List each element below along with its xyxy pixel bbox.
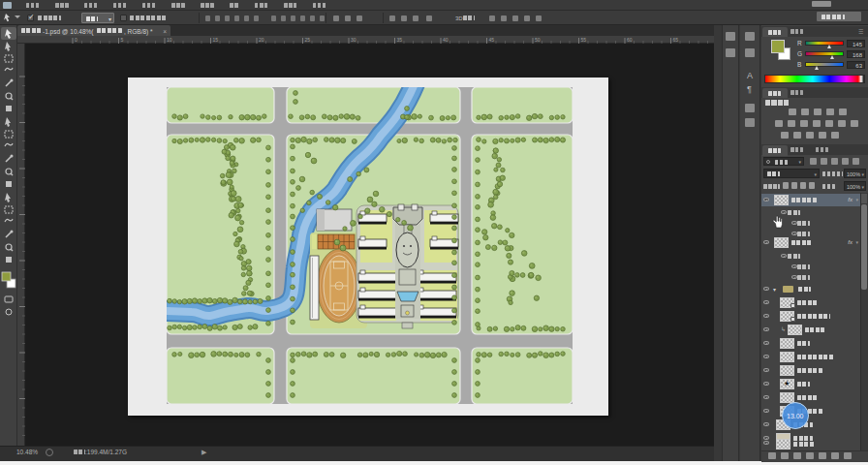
svg-text:55: 55 (581, 37, 587, 43)
svg-text:35: 35 (397, 37, 403, 43)
svg-text:0: 0 (75, 37, 78, 43)
svg-text:25: 25 (305, 37, 311, 43)
svg-text:5: 5 (121, 37, 124, 43)
svg-text:10: 10 (167, 37, 172, 43)
svg-text:15: 15 (213, 37, 219, 43)
svg-text:45: 45 (489, 37, 495, 43)
svg-text:50: 50 (535, 37, 541, 43)
svg-text:40: 40 (443, 37, 449, 43)
svg-text:30: 30 (351, 37, 356, 43)
svg-text:20: 20 (259, 37, 264, 43)
svg-text:60: 60 (627, 37, 633, 43)
svg-text:65: 65 (673, 37, 679, 43)
